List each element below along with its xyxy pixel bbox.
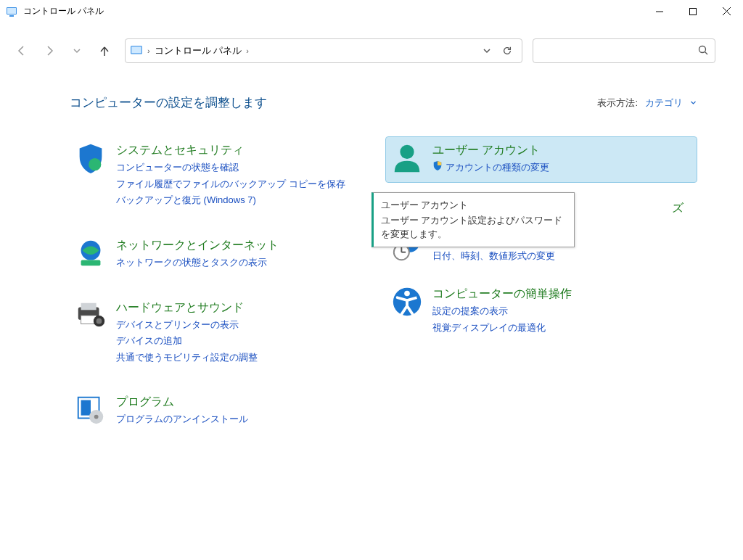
- view-by-selector[interactable]: 表示方法: カテゴリ: [597, 96, 697, 110]
- category-link[interactable]: バックアップと復元 (Windows 7): [116, 193, 345, 207]
- category-link[interactable]: 共通で使うモビリティ設定の調整: [116, 350, 258, 365]
- category-network-internet[interactable]: ネットワークとインターネット ネットワークの状態とタスクの表示: [70, 232, 380, 277]
- content-pane: コンピューターの設定を調整します 表示方法: カテゴリ システムとセキュリティ …: [0, 68, 743, 434]
- minimize-button[interactable]: [643, 0, 676, 23]
- category-title[interactable]: プログラム: [116, 395, 248, 410]
- chevron-down-icon: [690, 99, 697, 106]
- left-column: システムとセキュリティ コンピューターの状態を確認 ファイル履歴でファイルのバッ…: [70, 137, 380, 434]
- svg-point-23: [400, 145, 414, 159]
- right-column: ユーザー アカウント アカウントの種類の変更 ズ 時計と地域 日付、時刻、数値形…: [386, 137, 697, 434]
- category-link[interactable]: ファイル履歴でファイルのバックアップ コピーを保存: [116, 177, 345, 192]
- svg-rect-13: [81, 260, 101, 265]
- tooltip-title: ユーザー アカウント: [381, 199, 567, 213]
- svg-point-11: [89, 158, 101, 170]
- svg-rect-4: [690, 8, 697, 15]
- view-by-label: 表示方法:: [597, 96, 638, 110]
- globe-icon: [74, 236, 107, 270]
- category-programs[interactable]: プログラム プログラムのアンインストール: [70, 389, 380, 434]
- category-link[interactable]: プログラムのアンインストール: [116, 412, 248, 427]
- svg-point-9: [699, 46, 706, 53]
- svg-rect-8: [131, 46, 141, 53]
- category-link[interactable]: 日付、時刻、数値形式の変更: [432, 249, 555, 263]
- refresh-button[interactable]: [497, 41, 517, 61]
- breadcrumb-root[interactable]: コントロール パネル: [152, 44, 245, 57]
- svg-point-18: [97, 318, 102, 324]
- address-bar[interactable]: › コントロール パネル ›: [125, 38, 522, 63]
- svg-rect-15: [81, 302, 97, 310]
- breadcrumb-separator-icon[interactable]: ›: [146, 46, 152, 55]
- tooltip-body: ユーザー アカウント設定およびパスワードを変更します。: [381, 214, 567, 242]
- svg-rect-2: [9, 15, 14, 17]
- address-dropdown-button[interactable]: [477, 41, 497, 61]
- recent-dropdown[interactable]: [64, 38, 90, 64]
- category-ease-of-access[interactable]: コンピューターの簡単操作 設定の提案の表示 視覚ディスプレイの最適化: [386, 281, 697, 342]
- maximize-button[interactable]: [676, 0, 710, 23]
- svg-point-22: [94, 415, 99, 419]
- search-icon: [697, 44, 709, 59]
- category-link[interactable]: アカウントの種類の変更: [432, 160, 549, 175]
- window-title: コントロール パネル: [23, 5, 104, 17]
- category-title[interactable]: ハードウェアとサウンド: [116, 300, 258, 316]
- category-hardware-sound[interactable]: ハードウェアとサウンド デバイスとプリンターの表示 デバイスの追加 共通で使うモ…: [70, 295, 380, 372]
- category-link[interactable]: デバイスとプリンターの表示: [116, 318, 258, 332]
- category-link[interactable]: コンピューターの状態を確認: [116, 160, 345, 175]
- category-link[interactable]: ネットワークの状態とタスクの表示: [116, 255, 279, 270]
- programs-icon: [74, 393, 107, 427]
- page-title: コンピューターの設定を調整します: [70, 94, 267, 111]
- navigation-toolbar: › コントロール パネル ›: [0, 33, 743, 68]
- back-button[interactable]: [9, 38, 35, 64]
- printer-icon: [74, 299, 107, 332]
- titlebar: コントロール パネル: [0, 0, 743, 23]
- category-title[interactable]: ユーザー アカウント: [432, 143, 549, 158]
- close-button[interactable]: [710, 0, 743, 23]
- control-panel-icon: [6, 6, 17, 17]
- breadcrumb-separator-icon[interactable]: ›: [245, 46, 250, 55]
- up-button[interactable]: [91, 38, 118, 64]
- svg-point-29: [404, 291, 410, 297]
- control-panel-mini-icon: [130, 44, 143, 57]
- uac-shield-icon: [432, 160, 443, 175]
- forward-button[interactable]: [36, 38, 62, 64]
- svg-rect-1: [7, 8, 16, 14]
- category-title[interactable]: ネットワークとインターネット: [116, 238, 279, 253]
- shield-icon: [74, 141, 107, 175]
- tooltip: ユーザー アカウント ユーザー アカウント設定およびパスワードを変更します。: [372, 192, 575, 247]
- category-title-obscured[interactable]: ズ: [672, 201, 684, 216]
- category-link[interactable]: デバイスの追加: [116, 334, 258, 348]
- svg-line-10: [705, 52, 708, 55]
- category-system-security[interactable]: システムとセキュリティ コンピューターの状態を確認 ファイル履歴でファイルのバッ…: [70, 137, 380, 215]
- accessibility-icon: [390, 285, 424, 318]
- user-icon: [390, 141, 424, 175]
- svg-rect-20: [81, 400, 91, 416]
- search-box[interactable]: [533, 38, 715, 63]
- category-link[interactable]: 設定の提案の表示: [432, 304, 572, 318]
- category-title[interactable]: システムとセキュリティ: [116, 143, 345, 158]
- category-link[interactable]: 視覚ディスプレイの最適化: [432, 321, 572, 335]
- view-by-value: カテゴリ: [645, 96, 683, 110]
- category-title[interactable]: コンピューターの簡単操作: [432, 287, 572, 302]
- category-user-accounts[interactable]: ユーザー アカウント アカウントの種類の変更: [386, 137, 697, 182]
